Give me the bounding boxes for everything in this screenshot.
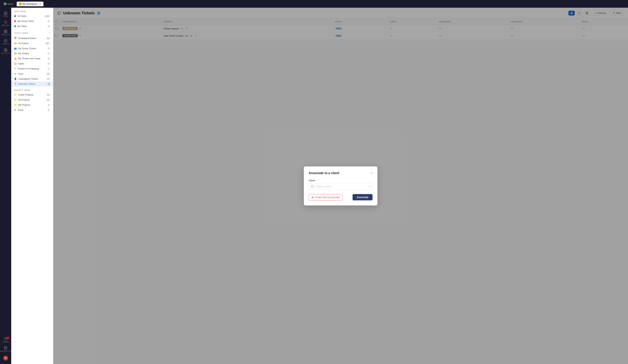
svg-rect-13 xyxy=(14,20,16,22)
svg-point-0 xyxy=(4,21,7,23)
sidebar-item-settings[interactable]: SETTINGS xyxy=(1,47,10,56)
task-views-header: TASK VIEWS xyxy=(11,8,53,13)
sidebar-item-search[interactable]: SEARCH xyxy=(1,19,10,28)
my-projects-icon: 📁 xyxy=(14,104,17,106)
client-label: Client xyxy=(309,179,373,182)
main-content: Unknown Tickets 🌐 Columns Filt xyxy=(53,8,628,364)
nav-all-projects[interactable]: 📁 All Projects 53 xyxy=(11,97,53,102)
tab-home[interactable]: Home xyxy=(1,1,16,6)
following-icon: 👁 xyxy=(14,67,16,70)
svg-rect-3 xyxy=(6,30,7,31)
all-tickets-icon: 🎫 xyxy=(14,42,17,45)
sidebar-item-timers[interactable]: 1 TIMERS xyxy=(1,336,10,344)
svg-rect-14 xyxy=(14,25,16,27)
user-avatar: R xyxy=(3,356,8,361)
modal-close-button[interactable]: × xyxy=(371,172,373,175)
create-icon-label: CREATE xyxy=(2,43,9,45)
svg-rect-5 xyxy=(4,32,5,33)
marketplace-icon-label: MARKETPLACE xyxy=(0,350,12,352)
ticket-views-header: TICKET VIEWS + xyxy=(11,29,53,36)
client-dropdown[interactable]: Choose a client ▾ xyxy=(309,183,373,190)
search-icon-label: SEARCH xyxy=(2,24,9,26)
unassigned-icon: 👤 xyxy=(14,77,17,80)
top-bar: Home My workspace ✕ xyxy=(0,0,628,8)
associate-button[interactable]: Associate xyxy=(353,194,373,200)
nav-trash[interactable]: 🗑 Trash 40 xyxy=(11,71,53,76)
trash-icon: 🗑 xyxy=(14,72,16,75)
home-tab-icon xyxy=(4,3,6,5)
plus-icon: ⊕ xyxy=(311,196,314,199)
nav-active-projects[interactable]: 📁 Active Projects 49 xyxy=(11,92,53,97)
home-icon-label: HOME xyxy=(3,15,8,17)
sidebar-item-modules[interactable]: MODULES xyxy=(1,28,10,37)
nav-my-tickets[interactable]: 🎫 My Tickets 0 xyxy=(11,51,53,56)
timers-icon-label: TIMERS xyxy=(2,341,9,343)
project-views-header: PROJECT VIEWS xyxy=(11,86,53,92)
modal-overlay: Associate to a client × Client Choose a … xyxy=(53,8,628,364)
my-tickets-icon: 🎫 xyxy=(14,52,17,55)
svg-point-9 xyxy=(5,50,6,51)
nav-tickets-following[interactable]: 👁 Tickets I'm Following 1 xyxy=(11,66,53,71)
svg-rect-2 xyxy=(4,30,5,31)
nav-sidebar: TASK VIEWS All Tasks 1409 My Group Tasks… xyxy=(11,8,53,364)
tab-workspace[interactable]: My workspace ✕ xyxy=(17,1,43,6)
workspace-tab-icon xyxy=(19,3,21,5)
timer-badge: 1 xyxy=(7,337,9,339)
icon-sidebar: HOME SEARCH MODULES CREATE SETTINGS 1 TI… xyxy=(0,8,11,364)
trash-projects-icon: 🗑 xyxy=(14,109,16,111)
all-projects-icon: 📁 xyxy=(14,99,17,101)
my-tasks-icon xyxy=(14,25,16,27)
modal-header: Associate to a client × xyxy=(309,171,373,175)
spam-icon: 🚫 xyxy=(14,62,17,65)
main-layout: HOME SEARCH MODULES CREATE SETTINGS 1 TI… xyxy=(0,8,628,364)
svg-line-1 xyxy=(6,23,7,24)
sidebar-item-create[interactable]: CREATE xyxy=(1,38,10,46)
all-tasks-icon xyxy=(14,15,16,17)
modal-body: Client Choose a client ▾ xyxy=(309,179,373,190)
active-projects-icon: 📁 xyxy=(14,93,17,96)
my-group-tickets-icon: 👥 xyxy=(14,47,17,50)
svg-rect-12 xyxy=(14,15,16,17)
add-ticket-view-button[interactable]: + xyxy=(49,32,50,35)
sidebar-item-home[interactable]: HOME xyxy=(1,10,10,18)
tab-close-icon[interactable]: ✕ xyxy=(39,3,41,5)
tab-workspace-label: My workspace xyxy=(23,3,37,5)
dropdown-chevron-icon: ▾ xyxy=(369,185,370,188)
svg-rect-4 xyxy=(6,32,7,33)
sidebar-item-marketplace[interactable]: MARKETPLACE xyxy=(1,345,10,354)
nav-spam[interactable]: 🚫 Spam 9 xyxy=(11,61,53,66)
nav-all-tasks[interactable]: All Tasks 1409 xyxy=(11,13,53,19)
my-group-tasks-icon xyxy=(14,20,16,22)
nav-unassigned-tickets[interactable]: 👤 Unassigned Tickets 12 xyxy=(11,76,53,81)
nav-unknown-tickets[interactable]: ❓ Unknown Tickets 2 xyxy=(11,81,53,86)
scheduled-tickets-icon: 📅 xyxy=(14,37,17,40)
nav-trash-projects[interactable]: 🗑 Trash 0 xyxy=(11,108,53,113)
nav-my-group-tasks[interactable]: My Group Tasks 0 xyxy=(11,19,53,24)
client-select-icon xyxy=(311,185,314,188)
nav-my-tasks[interactable]: My Tasks 0 xyxy=(11,24,53,29)
unknown-icon: ❓ xyxy=(14,83,17,85)
due-today-icon: ⚠️ xyxy=(14,57,17,60)
nav-my-tickets-due-today[interactable]: ⚠️ My Tickets Due Today 0 xyxy=(11,56,53,61)
modal-footer: ⊕ Create client & associate Associate xyxy=(309,194,373,201)
nav-scheduled-tickets[interactable]: 📅 Scheduled tickets 96 xyxy=(11,36,53,41)
modules-icon-label: MODULES xyxy=(1,34,10,36)
avatar[interactable]: R xyxy=(1,354,10,362)
nav-my-projects[interactable]: 📁 My Projects 0 xyxy=(11,102,53,108)
tab-home-label: Home xyxy=(7,3,13,5)
nav-all-tickets[interactable]: 🎫 All Tickets 687 xyxy=(11,41,53,46)
svg-rect-33 xyxy=(311,185,314,187)
modal-title: Associate to a client xyxy=(309,171,339,175)
client-select-placeholder: Choose a client xyxy=(315,185,368,188)
settings-icon-label: SETTINGS xyxy=(1,52,10,54)
nav-my-group-tickets[interactable]: 👥 My Group Tickets 0 xyxy=(11,46,53,51)
associate-modal: Associate to a client × Client Choose a … xyxy=(304,166,378,205)
create-client-associate-button[interactable]: ⊕ Create client & associate xyxy=(309,194,343,201)
